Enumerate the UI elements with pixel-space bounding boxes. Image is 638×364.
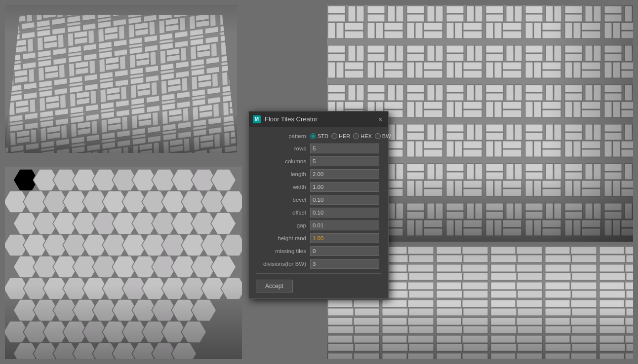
radio-hex-label: HEX: [360, 133, 372, 139]
bevel-label: bevel: [256, 197, 310, 203]
rows-field-row: rows: [256, 143, 381, 154]
height-rand-label: height rand: [256, 235, 310, 241]
svg-rect-34: [5, 5, 237, 35]
length-input[interactable]: [310, 169, 379, 179]
height-rand-field-row: height rand: [256, 233, 381, 244]
divisions-label: divisions(for BW): [256, 261, 310, 267]
pattern-label: pattern: [256, 133, 310, 139]
columns-label: columns: [256, 158, 310, 164]
app-icon: M: [253, 115, 261, 123]
pattern-row: pattern STD HER HEX BW: [256, 133, 381, 139]
herringbone-preview: [5, 5, 237, 153]
radio-std-label: STD: [318, 133, 328, 139]
dialog-titlebar[interactable]: M Floor Tiles Creator ×: [249, 111, 388, 127]
hex-preview: [5, 167, 242, 359]
columns-field-row: columns: [256, 156, 381, 167]
rows-input[interactable]: [310, 144, 379, 153]
accept-button[interactable]: Accept: [256, 280, 293, 292]
gap-input[interactable]: [310, 220, 379, 230]
pattern-option-std[interactable]: STD: [310, 133, 328, 139]
offset-input[interactable]: [310, 208, 379, 218]
close-button[interactable]: ×: [376, 115, 384, 123]
rows-label: rows: [256, 146, 310, 151]
pattern-radio-group: STD HER HEX BW: [310, 133, 391, 139]
svg-rect-33: [5, 113, 237, 153]
offset-field-row: offset: [256, 207, 381, 218]
radio-std-circle: [310, 133, 316, 139]
radio-bw-label: BW: [382, 133, 391, 139]
fields-container: rows columns length width bevel offset: [256, 143, 381, 269]
divisions-field-row: divisions(for BW): [256, 258, 381, 269]
width-label: width: [256, 184, 310, 190]
length-label: length: [256, 171, 310, 177]
missing-tiles-input[interactable]: [310, 246, 379, 256]
divider: [256, 273, 381, 274]
pattern-option-her[interactable]: HER: [331, 133, 350, 139]
bevel-field-row: bevel: [256, 194, 381, 205]
length-field-row: length: [256, 169, 381, 180]
gap-field-row: gap: [256, 220, 381, 231]
width-input[interactable]: [310, 182, 379, 192]
pattern-option-hex[interactable]: HEX: [353, 133, 372, 139]
dialog-title: Floor Tiles Creator: [265, 115, 376, 123]
height-rand-input[interactable]: [310, 233, 379, 243]
missing-tiles-field-row: missing tiles: [256, 246, 381, 256]
dialog-body: pattern STD HER HEX BW: [249, 127, 388, 298]
radio-her-label: HER: [339, 133, 350, 139]
svg-rect-160: [5, 167, 242, 359]
radio-bw-circle: [375, 133, 381, 139]
divisions-input[interactable]: [310, 259, 379, 269]
radio-hex-circle: [353, 133, 359, 139]
floor-tiles-dialog: M Floor Tiles Creator × pattern STD HER: [248, 111, 389, 299]
missing-tiles-label: missing tiles: [256, 248, 310, 254]
width-field-row: width: [256, 182, 381, 192]
radio-her-circle: [331, 133, 337, 139]
pattern-option-bw[interactable]: BW: [375, 133, 391, 139]
gap-label: gap: [256, 222, 310, 228]
offset-label: offset: [256, 210, 310, 216]
columns-input[interactable]: [310, 156, 379, 166]
bevel-input[interactable]: [310, 195, 379, 205]
